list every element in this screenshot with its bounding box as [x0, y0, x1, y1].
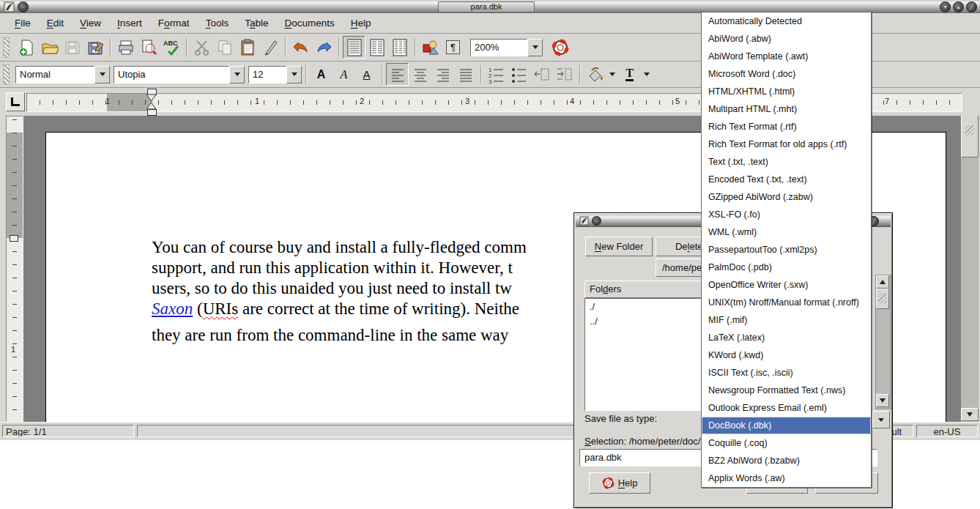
font-dropdown-button[interactable] — [229, 66, 245, 83]
bullet-list-button[interactable] — [508, 63, 530, 86]
menu-format[interactable]: Format — [151, 15, 197, 31]
format-painter-button[interactable] — [259, 36, 281, 59]
format-option[interactable]: ISCII Text (.isc, .iscii) — [702, 364, 871, 382]
paste-button[interactable] — [236, 36, 259, 59]
format-option[interactable]: Applix Words (.aw) — [702, 469, 871, 487]
top-margin-marker[interactable] — [10, 235, 18, 242]
document-text-line[interactable]: they are run from the command-line in th… — [152, 326, 508, 345]
format-option[interactable]: Multipart HTML (.mht) — [702, 100, 871, 118]
save-as-button[interactable] — [83, 36, 106, 59]
align-left-button[interactable] — [386, 63, 409, 86]
format-option[interactable]: GZipped AbiWord (.zabw) — [702, 188, 871, 206]
file-type-dropdown-button[interactable] — [872, 411, 890, 428]
shade-button[interactable]: ▾ — [940, 1, 951, 12]
align-right-button[interactable] — [431, 63, 454, 86]
italic-button[interactable]: A — [333, 63, 355, 86]
close-button[interactable]: ╱ — [966, 1, 977, 12]
help-button[interactable] — [549, 36, 571, 59]
insert-graphic-button[interactable] — [419, 36, 442, 59]
folders-list-header[interactable]: Folders — [584, 280, 703, 298]
align-justify-button[interactable] — [454, 63, 477, 86]
folder-item[interactable]: ../ — [585, 313, 702, 328]
font-size-dropdown-button[interactable] — [286, 66, 302, 83]
language-indicator[interactable]: en-US — [916, 425, 978, 437]
hyperlink-saxon[interactable]: Saxon — [152, 300, 193, 318]
format-option[interactable]: PassepartoutToo (.xml2ps) — [702, 241, 871, 259]
format-option[interactable]: Microsoft Word (.doc) — [702, 65, 871, 83]
format-option[interactable]: Encoded Text (.txt, .text) — [702, 171, 871, 188]
save-button-disabled[interactable] — [61, 36, 83, 59]
zoom-dropdown-button[interactable] — [527, 39, 543, 56]
menu-help[interactable]: Help — [344, 15, 379, 31]
format-option[interactable]: MIF (.mif) — [702, 311, 871, 329]
format-option[interactable]: Text (.txt, .text) — [702, 153, 871, 171]
style-dropdown-button[interactable] — [94, 66, 110, 83]
document-text-line[interactable]: users, so to do this unaided you just ne… — [152, 279, 512, 298]
menu-view[interactable]: View — [73, 15, 108, 31]
dialog-help-button[interactable]: Help — [589, 472, 650, 494]
document-text-line[interactable]: You can of course buy and install a full… — [152, 238, 527, 257]
format-option[interactable]: AbiWord (.abw) — [702, 30, 871, 48]
redo-button[interactable] — [312, 36, 335, 59]
document-text-line[interactable]: Saxon (URIs are correct at the time of w… — [152, 300, 519, 319]
underline-button[interactable]: A — [355, 63, 378, 86]
highlight-color-button[interactable] — [584, 63, 606, 86]
tab-stop-selector[interactable] — [6, 92, 25, 111]
numbered-list-button[interactable]: 123 — [485, 63, 508, 86]
view-three-column-button[interactable] — [388, 36, 411, 59]
undo-button[interactable] — [289, 36, 312, 59]
scroll-down-button[interactable] — [876, 394, 889, 407]
bold-button[interactable]: A — [310, 63, 333, 86]
view-two-column-button[interactable] — [365, 36, 388, 59]
format-option[interactable]: Newsgroup Formatted Text (.nws) — [702, 382, 871, 399]
format-option[interactable]: AbiWord Template (.awt) — [702, 48, 871, 65]
menu-documents[interactable]: Documents — [277, 15, 341, 31]
indent-hourglass-marker[interactable] — [146, 94, 157, 110]
maximize-button[interactable]: ▴ — [953, 1, 964, 12]
files-list-scrollbar[interactable] — [875, 275, 891, 409]
menu-table[interactable]: Table — [237, 15, 275, 31]
format-option[interactable]: Automatically Detected — [702, 12, 871, 30]
zoom-value[interactable]: 200% — [470, 39, 527, 56]
spellcheck-button[interactable]: ABC — [160, 36, 182, 59]
menu-tools[interactable]: Tools — [198, 15, 237, 31]
toolbar-grip[interactable] — [3, 64, 10, 85]
cut-button-disabled[interactable] — [190, 36, 213, 59]
format-option[interactable]: WML (.wml) — [702, 223, 871, 241]
format-option[interactable]: BZ2 AbiWord (.bzabw) — [702, 452, 871, 469]
format-option[interactable]: Coquille (.coq) — [702, 434, 871, 452]
format-option[interactable]: PalmDoc (.pdb) — [702, 259, 871, 276]
show-formatting-marks-button[interactable]: ¶ — [442, 36, 464, 59]
view-normal-button[interactable] — [343, 36, 365, 59]
format-option[interactable]: DocBook (.dbk) — [702, 417, 871, 434]
style-value[interactable]: Normal — [15, 66, 94, 83]
format-option[interactable]: XSL-FO (.fo) — [702, 206, 871, 223]
format-option[interactable]: KWord (.kwd) — [702, 346, 871, 364]
font-color-dropdown[interactable] — [641, 63, 653, 86]
format-option[interactable]: Rich Text Format (.rtf) — [702, 118, 871, 135]
font-size-value[interactable]: 12 — [248, 66, 286, 83]
misspelled-word[interactable]: URIs — [203, 300, 239, 318]
copy-button-disabled[interactable] — [213, 36, 236, 59]
menu-edit[interactable]: Edit — [40, 15, 71, 31]
scroll-up-button[interactable] — [876, 275, 889, 289]
format-option[interactable]: LaTeX (.latex) — [702, 329, 871, 346]
folder-item[interactable]: ./ — [585, 299, 702, 313]
format-option[interactable]: HTML/XHTML (.html) — [702, 83, 871, 100]
window-menu-icon[interactable]: – — [592, 216, 601, 226]
scrollbar-thumb[interactable] — [876, 289, 889, 309]
format-option[interactable]: UNIX(tm) Nroff/Manual format (.nroff) — [702, 294, 871, 311]
main-vertical-scrollbar[interactable] — [961, 116, 979, 422]
toolbar-grip[interactable] — [3, 37, 10, 58]
open-button[interactable] — [38, 36, 61, 59]
font-color-button[interactable]: T — [618, 63, 641, 86]
document-text-line[interactable]: support, and run this application within… — [152, 259, 513, 278]
left-indent-marker[interactable] — [147, 109, 157, 116]
menu-insert[interactable]: Insert — [110, 15, 149, 31]
vertical-ruler[interactable]: 1 — [6, 116, 23, 422]
menu-file[interactable]: File — [7, 15, 38, 31]
font-value[interactable]: Utopia — [114, 66, 229, 83]
print-button[interactable] — [114, 36, 137, 59]
align-center-button[interactable] — [409, 63, 431, 86]
decrease-indent-button[interactable] — [530, 63, 553, 86]
